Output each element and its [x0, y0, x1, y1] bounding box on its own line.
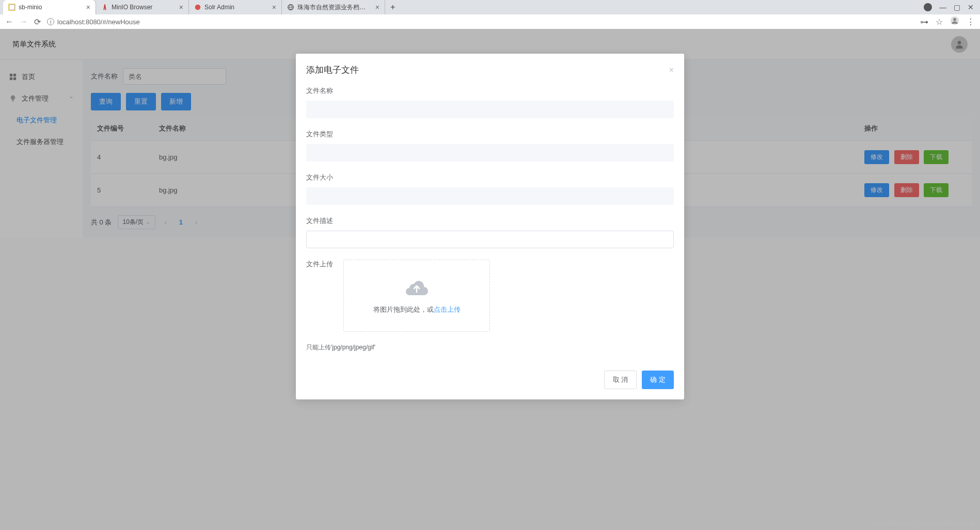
label-file-upload: 文件上传: [306, 260, 333, 332]
tab-close-icon[interactable]: ×: [272, 4, 276, 11]
maximize-button[interactable]: ▢: [954, 3, 960, 11]
upload-hint: 只能上传'jpg/png/jpeg/gif': [306, 343, 674, 352]
tab-sb-minio[interactable]: sb-minio ×: [3, 0, 96, 14]
modal-dialog: 添加电子文件 × 文件名称 文件类型 文件大小 文件描述: [296, 54, 684, 399]
modal-close-icon[interactable]: ×: [669, 66, 674, 75]
tab-zhuhai[interactable]: 珠海市自然资源业务档案共享平台 ×: [282, 0, 385, 14]
forward-button[interactable]: →: [20, 17, 28, 26]
tab-solr-admin[interactable]: Solr Admin ×: [189, 0, 282, 14]
profile-icon[interactable]: [950, 16, 959, 27]
tab-close-icon[interactable]: ×: [179, 4, 183, 11]
minimize-button[interactable]: —: [939, 3, 946, 11]
upload-link[interactable]: 点击上传: [434, 306, 461, 313]
svg-point-2: [195, 5, 201, 10]
modal-footer: 取 消 确 定: [296, 364, 684, 399]
url-text: localhost:8080/#/newHouse: [57, 18, 140, 26]
url-area[interactable]: i localhost:8080/#/newHouse: [47, 18, 914, 26]
upload-text: 将图片拖到此处，或点击上传: [373, 305, 461, 314]
tab-close-icon[interactable]: ×: [86, 4, 90, 11]
watermark: https://blog.csdn.net/zhouzhiwengang: [870, 520, 974, 527]
tab-favicon: [287, 4, 294, 11]
label-file-desc: 文件描述: [306, 216, 674, 226]
modal-header: 添加电子文件 ×: [296, 54, 684, 80]
tab-bar: sb-minio × MinIO Browser × Solr Admin × …: [0, 0, 980, 14]
new-tab-button[interactable]: +: [385, 3, 400, 12]
modal-overlay[interactable]: 添加电子文件 × 文件名称 文件类型 文件大小 文件描述: [0, 29, 980, 530]
tab-favicon: [194, 4, 201, 11]
incognito-icon: ◉: [924, 3, 932, 11]
label-file-type: 文件类型: [306, 130, 674, 139]
tab-close-icon[interactable]: ×: [375, 4, 380, 11]
menu-icon[interactable]: ⋮: [967, 17, 975, 27]
ok-button[interactable]: 确 定: [642, 371, 674, 389]
svg-rect-1: [9, 5, 15, 10]
cancel-button[interactable]: 取 消: [604, 371, 637, 389]
bookmark-star-icon[interactable]: ☆: [936, 17, 943, 27]
input-file-desc[interactable]: [306, 231, 674, 248]
modal-title: 添加电子文件: [306, 64, 359, 76]
label-file-size: 文件大小: [306, 173, 674, 182]
tab-title: sb-minio: [19, 4, 82, 11]
tab-favicon: [8, 4, 15, 11]
tab-favicon: [101, 4, 108, 11]
browser-chrome: sb-minio × MinIO Browser × Solr Admin × …: [0, 0, 980, 29]
close-window-button[interactable]: ✕: [968, 3, 974, 11]
reload-button[interactable]: ⟳: [34, 17, 41, 27]
address-bar: ← → ⟳ i localhost:8080/#/newHouse ⊶ ☆ ⋮: [0, 14, 980, 29]
tab-title: Solr Admin: [204, 4, 268, 11]
cloud-upload-icon: [404, 278, 429, 298]
key-icon[interactable]: ⊶: [920, 17, 928, 27]
label-file-name: 文件名称: [306, 86, 674, 95]
app-container: 简单文件系统 首页 文件管理 ⌃ 电子文件: [0, 29, 980, 530]
window-controls: ◉ — ▢ ✕: [924, 3, 980, 11]
input-file-type[interactable]: [306, 144, 674, 162]
tab-minio-browser[interactable]: MinIO Browser ×: [96, 0, 189, 14]
tab-title: MinIO Browser: [112, 4, 175, 11]
upload-dropzone[interactable]: 将图片拖到此处，或点击上传: [343, 260, 490, 332]
back-button[interactable]: ←: [5, 17, 13, 26]
input-file-size[interactable]: [306, 187, 674, 205]
svg-point-5: [953, 18, 956, 21]
tab-title: 珠海市自然资源业务档案共享平台: [297, 3, 371, 12]
site-info-icon[interactable]: i: [47, 18, 54, 25]
input-file-name[interactable]: [306, 101, 674, 118]
modal-body: 文件名称 文件类型 文件大小 文件描述 文件上传: [296, 80, 684, 364]
